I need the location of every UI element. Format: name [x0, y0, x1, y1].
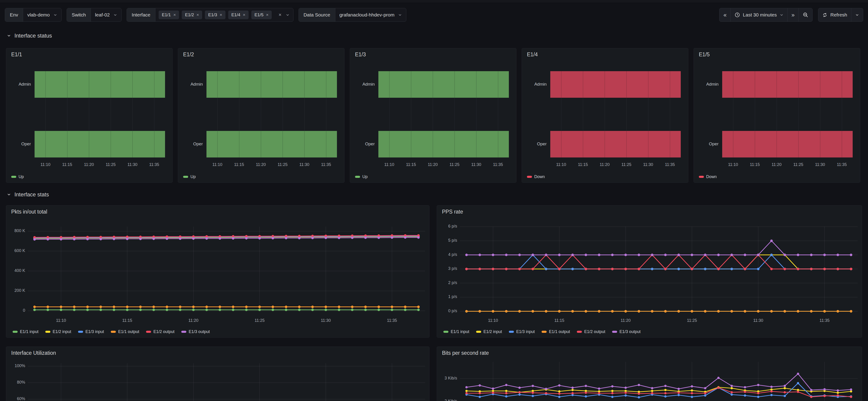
section-interface-stats[interactable]: Interface stats — [7, 191, 49, 198]
legend-item[interactable]: Down — [699, 175, 717, 179]
grid-seam — [798, 131, 799, 157]
grid-seam — [604, 131, 605, 157]
x-tick-label: 11:25 — [786, 162, 811, 167]
legend-item[interactable]: E1/1 input — [12, 329, 38, 334]
x-tick-label: 11:10 — [549, 162, 574, 167]
panel-title[interactable]: E1/2 — [183, 52, 194, 58]
legend-item[interactable]: E1/3 output — [181, 329, 210, 334]
time-shift-forward-button[interactable]: » — [787, 8, 799, 22]
panel-title[interactable]: E1/5 — [699, 52, 710, 58]
interface-tag[interactable]: E1/2× — [182, 10, 202, 19]
legend: E1/1 inputE1/2 inputE1/3 inputE1/1 outpu… — [443, 329, 641, 335]
panel-title[interactable]: E1/4 — [527, 52, 538, 58]
legend-item[interactable]: E1/2 input — [476, 329, 502, 334]
env-variable: Env vlab-demo — [5, 8, 62, 22]
interface-tag[interactable]: E1/3× — [205, 10, 225, 19]
interface-label: Interface — [127, 8, 155, 22]
state-bar-up[interactable] — [35, 131, 165, 157]
grid-seam — [498, 131, 498, 157]
util-chart-canvas[interactable] — [6, 347, 429, 401]
switch-variable: Switch leaf-02 — [67, 8, 122, 22]
x-tick-label: 11:15 — [742, 162, 768, 167]
grid-seam — [282, 131, 283, 157]
section-interface-status[interactable]: Interface status — [7, 32, 52, 39]
grid-seam — [498, 71, 498, 98]
legend-item[interactable]: E1/3 output — [612, 329, 641, 334]
refresh-interval-dropdown[interactable] — [851, 8, 863, 22]
state-bar-up[interactable] — [207, 131, 337, 157]
refresh-button[interactable]: Refresh — [818, 8, 851, 22]
state-bar-down[interactable] — [550, 71, 681, 98]
pps-chart-canvas[interactable] — [437, 206, 862, 338]
close-icon[interactable]: × — [220, 12, 222, 18]
state-bar-down[interactable] — [722, 71, 852, 98]
time-range-picker[interactable]: Last 30 minutes — [731, 8, 787, 22]
x-tick-label: 11:25 — [98, 162, 123, 167]
interface-tag[interactable]: E1/1× — [159, 10, 179, 19]
close-icon[interactable]: × — [196, 12, 199, 18]
chevron-down-icon — [7, 34, 11, 38]
env-label: Env — [5, 8, 23, 22]
legend-item[interactable]: E1/1 input — [443, 329, 469, 334]
grid-seam — [67, 71, 67, 98]
clear-all-icon[interactable]: × — [279, 12, 282, 18]
legend-label: E1/1 output — [549, 329, 570, 334]
state-bar-up[interactable] — [35, 71, 165, 98]
x-tick-label: 11:35 — [314, 162, 339, 167]
x-tick-label: 11:30 — [313, 318, 338, 323]
grid-seam — [476, 131, 476, 157]
panel-title[interactable]: E1/1 — [11, 52, 22, 58]
close-icon[interactable]: × — [173, 12, 176, 18]
interface-clear-open[interactable]: × — [275, 8, 293, 22]
interface-tag[interactable]: E1/4× — [228, 10, 249, 19]
legend-item[interactable]: Down — [527, 175, 545, 179]
grid-seam — [626, 131, 627, 157]
time-range-label: Last 30 minutes — [743, 12, 777, 18]
chevron-down-icon — [7, 192, 11, 196]
bits-chart-canvas[interactable] — [437, 347, 862, 401]
state-bar-up[interactable] — [378, 71, 509, 98]
legend-pill — [577, 331, 582, 333]
interface-tag[interactable]: E1/5× — [251, 10, 272, 19]
legend-item[interactable]: E1/2 output — [146, 329, 175, 334]
env-select[interactable]: vlab-demo — [23, 8, 61, 22]
switch-select[interactable]: leaf-02 — [91, 8, 121, 22]
legend-pill — [181, 331, 186, 333]
time-picker-group: « Last 30 minutes » — [719, 8, 813, 22]
x-tick-label: 11:15 — [115, 318, 140, 323]
x-tick-label: 11:25 — [270, 162, 295, 167]
state-bar-up[interactable] — [207, 71, 337, 98]
legend-pill — [443, 331, 448, 333]
grid-seam — [389, 131, 390, 157]
x-tick-label: 11:10 — [480, 318, 506, 323]
state-bar-down[interactable] — [550, 131, 681, 157]
close-icon[interactable]: × — [266, 12, 269, 18]
legend-item[interactable]: E1/1 output — [111, 329, 139, 334]
y-tick-label: 200 K — [6, 288, 25, 293]
pkts-chart-canvas[interactable] — [6, 206, 429, 338]
close-icon[interactable]: × — [243, 12, 245, 18]
legend-item[interactable]: Up — [355, 175, 368, 179]
state-bar-down[interactable] — [722, 131, 852, 157]
legend-item[interactable]: E1/1 output — [541, 329, 570, 334]
legend-item[interactable]: Up — [183, 175, 196, 179]
grid-seam — [604, 71, 605, 98]
legend-item[interactable]: Up — [11, 175, 24, 179]
row-label: Oper — [10, 142, 31, 147]
grid-seam — [304, 71, 305, 98]
legend-item[interactable]: E1/2 input — [45, 329, 71, 334]
legend-item[interactable]: E1/2 output — [577, 329, 605, 334]
x-tick-label: 11:25 — [614, 162, 639, 167]
chevron-down-icon — [286, 13, 289, 17]
panel-title[interactable]: E1/3 — [355, 52, 366, 58]
state-bar-up[interactable] — [378, 131, 509, 157]
row-label: Oper — [698, 142, 718, 147]
series-E1/2 output — [466, 255, 851, 269]
grid-seam — [561, 71, 561, 98]
x-tick-label: 11:20 — [181, 318, 206, 323]
datasource-select[interactable]: grafanacloud-hhdev-prom — [335, 8, 406, 22]
legend-item[interactable]: E1/3 input — [509, 329, 535, 334]
time-shift-back-button[interactable]: « — [719, 8, 731, 22]
legend-item[interactable]: E1/3 input — [78, 329, 104, 334]
zoom-out-button[interactable] — [798, 8, 812, 22]
